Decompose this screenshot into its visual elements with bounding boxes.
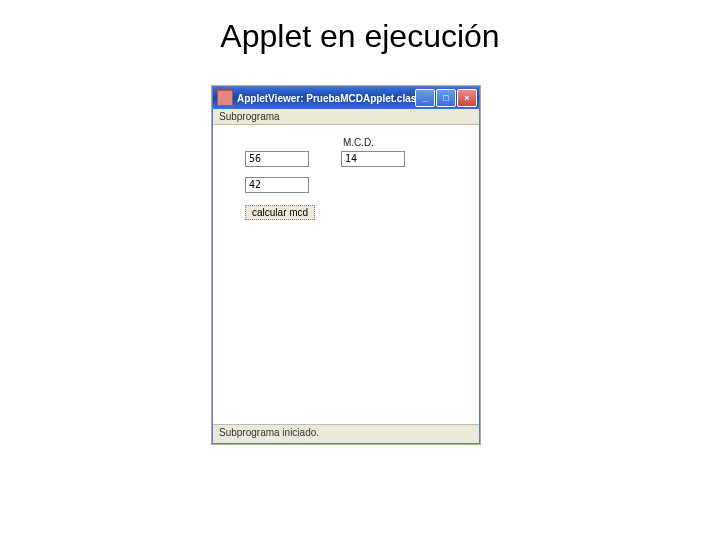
minimize-button[interactable]: _: [415, 89, 435, 107]
calculate-button[interactable]: calcular mcd: [245, 205, 315, 220]
status-bar: Subprograma iniciado.: [213, 424, 479, 443]
slide-title: Applet en ejecución: [0, 18, 720, 55]
window-title: AppletViewer: PruebaMCDApplet.class: [237, 93, 415, 104]
app-icon: [217, 90, 233, 106]
applet-area: M.C.D. 56 14 42 calcular mcd: [213, 125, 479, 429]
mcd-label: M.C.D.: [343, 137, 374, 148]
maximize-button[interactable]: □: [436, 89, 456, 107]
titlebar: AppletViewer: PruebaMCDApplet.class _ □ …: [213, 87, 479, 109]
input-b-field[interactable]: 42: [245, 177, 309, 193]
input-a-field[interactable]: 56: [245, 151, 309, 167]
result-field[interactable]: 14: [341, 151, 405, 167]
menu-bar[interactable]: Subprograma: [213, 109, 479, 125]
applet-viewer-window: AppletViewer: PruebaMCDApplet.class _ □ …: [212, 86, 480, 444]
window-controls: _ □ ×: [415, 89, 477, 107]
close-button[interactable]: ×: [457, 89, 477, 107]
